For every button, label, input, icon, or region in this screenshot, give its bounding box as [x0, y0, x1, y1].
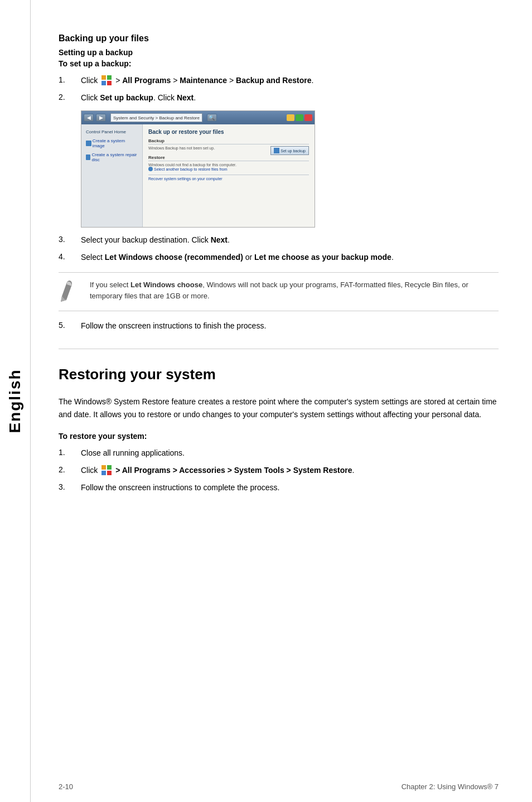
restore-step-2: 2. Click > All Programs > Accessories > — [59, 465, 499, 476]
setup-btn-icon — [274, 148, 279, 153]
windows-start-icon-1 — [101, 75, 112, 86]
restore-dot-icon — [148, 167, 153, 171]
svg-rect-7 — [107, 471, 112, 475]
backup-step-3: 3. Select your backup destination. Click… — [59, 234, 499, 246]
win-sidebar-repair: Create a system repair disc — [85, 152, 139, 163]
restore-step-content-1: Close all running applications. — [81, 447, 499, 459]
win-main-title: Back up or restore your files — [148, 129, 309, 135]
step-number-2: 2. — [59, 92, 81, 102]
svg-rect-1 — [107, 75, 112, 80]
restore-section-title: Restoring your system — [59, 366, 499, 386]
backup-step5-list: 5. Follow the onscreen instructions to f… — [59, 320, 499, 332]
restore-step-content-2: Click > All Programs > Accessories > Sys… — [81, 465, 499, 476]
win-minimize-btn — [287, 114, 294, 121]
section-divider — [59, 349, 499, 349]
sidebar-icon-1 — [86, 141, 91, 146]
step-content-3: Select your backup destination. Click Ne… — [81, 234, 499, 246]
step1-bold1: > All Programs > Maintenance > Backup an… — [115, 76, 313, 85]
svg-rect-2 — [101, 81, 106, 85]
backup-step-1: 1. Click > All Programs > Maintenance > — [59, 75, 499, 86]
svg-rect-0 — [101, 75, 106, 80]
restore-step-number-2: 2. — [59, 465, 81, 474]
pencil-icon — [60, 279, 80, 304]
sidebar: English — [0, 0, 31, 802]
win-close-btn — [304, 114, 312, 121]
step-number-1: 1. — [59, 75, 81, 84]
footer-page-num: 2-10 — [59, 782, 73, 791]
step-content-1: Click > All Programs > Maintenance > Bac… — [81, 75, 499, 86]
win-restore-text1: Windows could not find a backup for this… — [148, 163, 309, 167]
address-bar-text: System and Security > Backup and Restore — [113, 115, 200, 120]
win-address-bar: System and Security > Backup and Restore — [110, 113, 202, 122]
win-bottom-link: Recover system settings on your computer — [148, 175, 309, 181]
win-restore-content: Windows could not find a backup for this… — [148, 163, 309, 171]
main-content: Backing up your files Setting up a backu… — [31, 0, 532, 802]
win-titlebar-left: ◀ ▶ System and Security > Backup and Res… — [84, 113, 217, 122]
win-sidebar-image: Create a system image — [85, 138, 139, 149]
restore-section: Restoring your system The Windows® Syste… — [59, 366, 499, 494]
svg-rect-6 — [101, 471, 106, 475]
backup-step-2: 2. Click Set up backup. Click Next. — [59, 92, 499, 104]
page-footer: 2-10 Chapter 2: Using Windows® 7 — [31, 782, 532, 791]
subsection-title-backup: Setting up a backup — [59, 48, 499, 57]
footer-chapter: Chapter 2: Using Windows® 7 — [402, 782, 499, 791]
restore-step-3: 3. Follow the onscreen instructions to c… — [59, 482, 499, 494]
note-icon — [59, 279, 81, 304]
backup-step-5: 5. Follow the onscreen instructions to f… — [59, 320, 499, 332]
win-backup-text: Windows Backup has not been set up. — [148, 146, 215, 150]
backup-section: Backing up your files Setting up a backu… — [59, 33, 499, 332]
backup-step-4: 4. Select Let Windows choose (recommende… — [59, 252, 499, 263]
sidebar-icon-2 — [86, 154, 90, 160]
win-left-sidebar: Control Panel Home Create a system image… — [81, 124, 143, 227]
win-back-btn: ◀ — [84, 114, 94, 122]
step1-text-before: Click — [81, 76, 100, 85]
win-search-btn: 🔍 — [207, 114, 217, 122]
win-backup-section-title: Backup — [148, 138, 309, 144]
win-setup-btn: Set up backup — [270, 146, 309, 155]
step-number-5: 5. — [59, 320, 81, 330]
win-restore-section-title: Restore — [148, 155, 309, 161]
win-backup-content: Windows Backup has not been set up. Set … — [148, 146, 309, 150]
svg-rect-5 — [107, 465, 112, 470]
win-restore-link-text: Select another backup to restore files f… — [154, 167, 228, 171]
svg-rect-4 — [101, 465, 106, 470]
windows-start-icon-2 — [101, 465, 112, 476]
section-title-backup: Backing up your files — [59, 33, 499, 44]
step-number-4: 4. — [59, 252, 81, 261]
restore-description: The Windows® System Restore feature crea… — [59, 395, 499, 421]
restore-step-1: 1. Close all running applications. — [59, 447, 499, 459]
win-restore-link: Select another backup to restore files f… — [148, 167, 309, 171]
note-box: If you select Let Windows choose, Window… — [59, 272, 499, 311]
setup-btn-text: Set up backup — [280, 149, 306, 153]
step-content-5: Follow the onscreen instructions to fini… — [81, 320, 499, 332]
restore-step-content-3: Follow the onscreen instructions to comp… — [81, 482, 499, 494]
screenshot-inner: ◀ ▶ System and Security > Backup and Res… — [81, 111, 315, 227]
restore-label: To restore your system: — [59, 432, 499, 441]
backup-steps-list-2: 3. Select your backup destination. Click… — [59, 234, 499, 263]
win-main-area: Back up or restore your files Backup Win… — [143, 124, 315, 227]
win-maximize-btn — [296, 114, 303, 121]
backup-steps-list: 1. Click > All Programs > Maintenance > — [59, 75, 499, 104]
restore-steps-list: 1. Close all running applications. 2. Cl… — [59, 447, 499, 494]
win-forward-btn: ▶ — [96, 114, 106, 122]
win-sidebar-image-text: Create a system image — [93, 138, 138, 148]
restore-step-number-3: 3. — [59, 482, 81, 491]
step-content-4: Select Let Windows choose (recommended) … — [81, 252, 499, 263]
sidebar-label: English — [6, 369, 24, 433]
svg-rect-3 — [107, 81, 112, 85]
step-content-2: Click Set up backup. Click Next. — [81, 92, 499, 104]
win-body: Control Panel Home Create a system image… — [81, 124, 315, 227]
backup-label: To set up a backup: — [59, 59, 499, 68]
screenshot-box: ◀ ▶ System and Security > Backup and Res… — [81, 110, 315, 228]
note-text: If you select Let Windows choose, Window… — [90, 279, 499, 301]
step-number-3: 3. — [59, 234, 81, 244]
win-sidebar-repair-text: Create a system repair disc — [91, 152, 138, 162]
win-control-btns — [287, 114, 312, 121]
win-sidebar-home: Control Panel Home — [85, 129, 139, 135]
win-titlebar: ◀ ▶ System and Security > Backup and Res… — [81, 111, 315, 124]
restore-step-number-1: 1. — [59, 447, 81, 457]
